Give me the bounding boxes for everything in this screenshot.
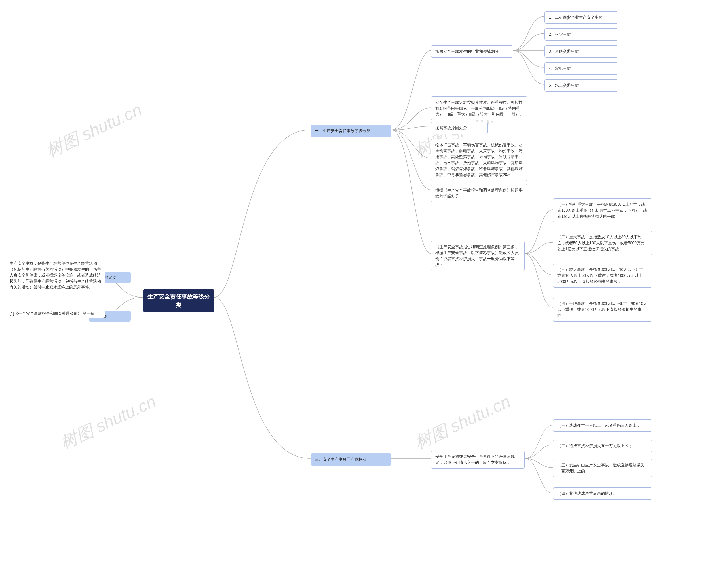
node-by-industry[interactable]: 按照安全事故发生的行业和领域划分：	[431, 45, 513, 58]
level-2[interactable]: （二）重大事故，是指造成10人以上30人以下死亡，或者50人以上100人以下重伤…	[553, 231, 652, 255]
branch-crime-standard[interactable]: 三、安全生产事故罪立案标准	[310, 454, 391, 466]
watermark: 树图 shutu.cn	[43, 98, 146, 163]
center-node[interactable]: 生产安全责任事故等级分类	[143, 289, 214, 312]
crime-item-2[interactable]: （二）造成直接经济损失五十万元以上的；	[553, 440, 652, 452]
crime-item-1[interactable]: （一）造成死亡一人以上，或者重伤三人以上；	[553, 419, 652, 432]
node-four-levels[interactable]: 安全生产事故灾难按照其性质、严重程度、可控性和影响范围等因素，一般分为四级：Ⅰ级…	[431, 96, 527, 121]
node-by-level-reg[interactable]: 根据《生产安全事故报告和调查处理条例》按照事故的等级划分	[431, 184, 527, 202]
level-1[interactable]: （一）特别重大事故，是指造成30人以上死亡，或者100人以上重伤（包括急性工业中…	[553, 198, 652, 223]
branch-classification[interactable]: 一、生产安全责任事故等级分类	[310, 125, 391, 137]
industry-item-5[interactable]: 5、水上交通事故	[544, 79, 618, 91]
node-regulation-clause[interactable]: 《生产安全事故报告和调查处理条例》第三条，根据生产安全事故（以下简称事故）造成的…	[431, 241, 525, 271]
node-definition-text[interactable]: 生产安全事故，是指生产经营单位在生产经营活动（包括与生产经营有关的活动）中突然发…	[8, 259, 105, 291]
crime-item-4[interactable]: （四）其他造成严重后果的情形。	[553, 487, 652, 500]
watermark: 树图 shutu.cn	[411, 390, 515, 455]
industry-item-2[interactable]: 2、火灾事故	[544, 28, 618, 41]
node-cause-types[interactable]: 物体打击事故、车辆伤害事故、机械伤害事故、起重伤害事故、触电事故、火灾事故、灼烫…	[431, 139, 527, 181]
level-3[interactable]: （三）较大事故，是指造成3人以上10人以下死亡，或者10人以上50人以下重伤，或…	[553, 264, 652, 288]
node-citation-text[interactable]: [1]《生产安全事故报告和调查处理条例》 第三条	[8, 310, 105, 318]
watermark: 树图 shutu.cn	[57, 390, 160, 455]
node-by-cause[interactable]: 按照事故原因划分	[431, 122, 488, 134]
level-4[interactable]: （四）一般事故，是指造成3人以下死亡，或者10人以下重伤，或者1000万元以下直…	[553, 297, 652, 322]
industry-item-3[interactable]: 3、道路交通事故	[544, 45, 618, 58]
industry-item-4[interactable]: 4、农机事故	[544, 62, 618, 75]
industry-item-1[interactable]: 1、工矿商贸企业生产安全事故	[544, 11, 618, 23]
crime-item-3[interactable]: （三）发生矿山生产安全事故，造成直接经济损失一百万元以上的；	[553, 459, 652, 477]
node-crime-intro[interactable]: 安全生产设施或者安全生产条件不符合国家规定，涉嫌下列情形之一的，应予立案追诉：	[431, 450, 525, 469]
